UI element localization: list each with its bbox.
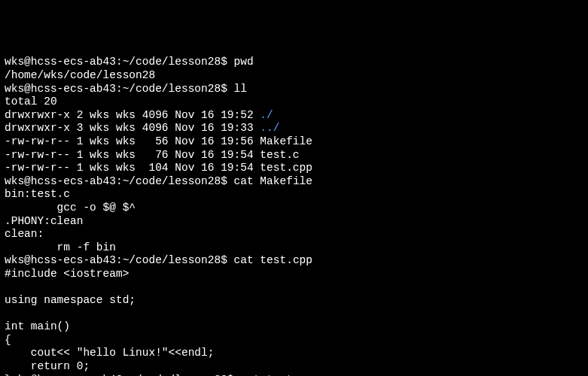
shell-command: ll — [234, 83, 247, 95]
terminal-line: wks@hcss-ecs-ab43:~/code/lesson28$ cat M… — [5, 175, 583, 189]
terminal-line: drwxrwxr-x 2 wks wks 4096 Nov 16 19:52 .… — [5, 109, 583, 123]
terminal-line: cout<< "hello Linux!"<<endl; — [5, 347, 583, 360]
output-text: } — [5, 374, 11, 376]
terminal-line: .PHONY:clean — [5, 215, 583, 229]
terminal-line: -rw-rw-r-- 1 wks wks 56 Nov 16 19:56 Mak… — [5, 135, 583, 149]
terminal-line: clean: — [5, 228, 583, 241]
terminal-line: { — [5, 334, 583, 347]
shell-prompt: wks@hcss-ecs-ab43:~/code/lesson28$ — [5, 56, 234, 68]
terminal-line: gcc -o $@ $^ — [5, 202, 583, 215]
ls-perms: drwxrwxr-x 2 wks wks 4096 Nov 16 19:52 — [5, 109, 260, 121]
terminal-line: total 20 — [5, 96, 583, 109]
terminal-line: wks@hcss-ecs-ab43:~/code/lesson28$ pwd — [5, 56, 583, 69]
terminal-line: rm -f bin — [5, 241, 583, 255]
terminal-line: int main() — [5, 320, 583, 334]
ls-perms: drwxrwxr-x 3 wks wks 4096 Nov 16 19:33 — [5, 122, 260, 134]
terminal-line: -rw-rw-r-- 1 wks wks 76 Nov 16 19:54 tes… — [5, 149, 583, 162]
terminal-line: wks@hcss-ecs-ab43:~/code/lesson28$ cat t… — [5, 254, 583, 268]
terminal-output[interactable]: wks@hcss-ecs-ab43:~/code/lesson28$ pwd/h… — [5, 56, 583, 376]
shell-command: cat test.cpp — [234, 254, 312, 266]
shell-prompt: wks@hcss-ecs-ab43:~/code/lesson28$ — [5, 83, 234, 95]
shell-command: cat Makefile — [234, 175, 312, 187]
terminal-line: bin:test.c — [5, 188, 583, 202]
terminal-line: drwxrwxr-x 3 wks wks 4096 Nov 16 19:33 .… — [5, 122, 583, 135]
terminal-line: wks@hcss-ecs-ab43:~/code/lesson28$ ll — [5, 83, 583, 96]
terminal-line — [5, 308, 583, 321]
terminal-line: -rw-rw-r-- 1 wks wks 104 Nov 16 19:54 te… — [5, 162, 583, 175]
shell-command: pwd — [234, 56, 254, 68]
directory-name: ../ — [260, 122, 279, 134]
directory-name: ./ — [260, 109, 273, 121]
terminal-line: }wks@hcss-ecs-ab43:~/code/lesson28$ cat … — [5, 374, 583, 376]
terminal-line: /home/wks/code/lesson28 — [5, 69, 583, 83]
terminal-line: using namespace std; — [5, 294, 583, 308]
terminal-line: return 0; — [5, 360, 583, 374]
terminal-line: #include <iostream> — [5, 268, 583, 281]
shell-command: cat test.c — [240, 374, 306, 376]
shell-prompt: wks@hcss-ecs-ab43:~/code/lesson28$ — [5, 254, 234, 266]
terminal-line — [5, 280, 583, 294]
shell-prompt: wks@hcss-ecs-ab43:~/code/lesson28$ — [11, 374, 241, 376]
shell-prompt: wks@hcss-ecs-ab43:~/code/lesson28$ — [5, 175, 234, 187]
